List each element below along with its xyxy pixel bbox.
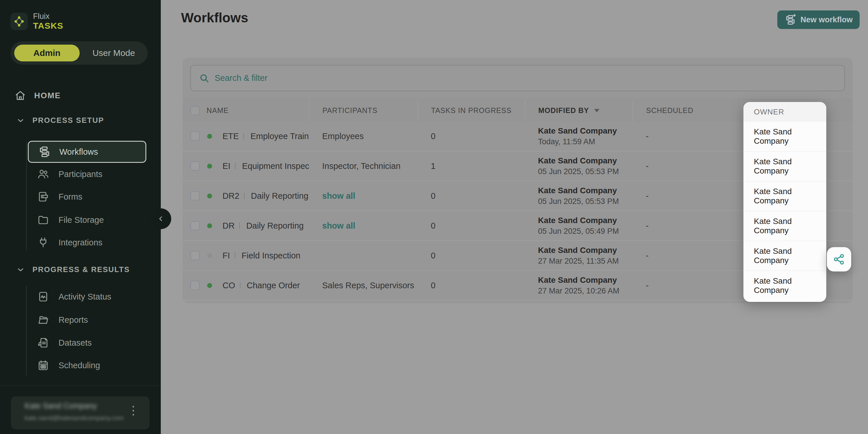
sort-descending-icon	[594, 109, 599, 113]
column-label: NAME	[207, 106, 228, 115]
cell-modified-by: Kate Sand CompanyToday, 11:59 AM	[525, 125, 633, 147]
app-root: Fluix TASKS Admin User Mode HOME PROCESS…	[0, 0, 868, 434]
cell-tasks-in-progress: 0	[418, 251, 525, 260]
header-cell-name[interactable]: NAME	[183, 99, 309, 122]
column-label: SCHEDULED	[646, 106, 693, 115]
workflow-name: Employee Traini...	[250, 131, 309, 141]
mode-admin-button[interactable]: Admin	[14, 44, 80, 61]
cell-scheduled: -	[633, 281, 742, 290]
cell-tasks-in-progress: 0	[418, 281, 525, 290]
search-filter-bar[interactable]	[190, 65, 845, 91]
status-dot	[207, 164, 212, 168]
divider-tick	[239, 222, 240, 229]
row-checkbox[interactable]	[190, 251, 199, 260]
cell-tasks-in-progress: 0	[418, 191, 525, 201]
header-cell-scheduled[interactable]: SCHEDULED	[633, 99, 742, 122]
workflow-name: Field Inspection	[242, 251, 301, 260]
select-all-checkbox[interactable]	[190, 106, 199, 115]
mode-user-button[interactable]: User Mode	[80, 48, 148, 58]
brand-product: TASKS	[33, 21, 63, 31]
show-all-link[interactable]: show all	[322, 221, 418, 230]
row-checkbox[interactable]	[190, 221, 199, 230]
modified-by-date: 05 Jun 2025, 05:53 PM	[538, 196, 633, 207]
sidebar-item-datasets[interactable]: Datasets	[28, 333, 145, 353]
new-workflow-label: New workflow	[801, 16, 852, 24]
status-dot	[207, 253, 212, 258]
sidebar-item-home[interactable]: HOME	[14, 90, 61, 101]
workflow-code: EI	[222, 161, 230, 171]
section-process-setup[interactable]: PROCESS SETUP	[16, 116, 104, 125]
sidebar-item-label: Reports	[59, 315, 88, 325]
account-card[interactable]: Kate Sand Company kate.sand@katesandcomp…	[11, 396, 150, 429]
modified-by-date: 27 Mar 2025, 11:35 AM	[538, 256, 633, 266]
kebab-menu-icon[interactable]: ⋮	[127, 404, 139, 416]
section-progress-results[interactable]: PROGRESS & RESULTS	[16, 265, 130, 274]
cell-scheduled: -	[633, 161, 742, 171]
brand-name: Fluix	[33, 12, 63, 21]
sidebar-collapse-button[interactable]	[150, 208, 171, 229]
folder-icon	[37, 214, 49, 226]
header-cell-modified-by[interactable]: MODIFIED BY	[525, 99, 633, 122]
search-input[interactable]	[214, 73, 844, 83]
search-icon	[199, 73, 210, 84]
cell-modified-by: Kate Sand Company27 Mar 2025, 11:35 AM	[525, 245, 633, 266]
cell-participants: Inspector, Technician	[309, 161, 418, 171]
cell-participants: show all	[309, 221, 418, 230]
cell-scheduled: -	[633, 131, 742, 141]
modified-by-name: Kate Sand Company	[538, 215, 633, 226]
brand-logo: Fluix TASKS	[10, 12, 63, 31]
header-cell-tasks-in-progress[interactable]: TASKS IN PROGRESS	[418, 99, 525, 122]
status-dot	[207, 193, 212, 198]
modified-by-date: 05 Jun 2025, 05:49 PM	[538, 226, 633, 237]
cell-participants: show all	[309, 191, 418, 201]
header-cell-participants[interactable]: PARTICIPANTS	[309, 99, 418, 122]
sidebar-divider	[0, 385, 161, 386]
sidebar-item-label: File Storage	[59, 215, 104, 225]
sidebar-item-reports[interactable]: Reports	[28, 310, 145, 330]
home-icon	[14, 90, 26, 101]
sidebar: Fluix TASKS Admin User Mode HOME PROCESS…	[0, 0, 161, 434]
sidebar-item-forms[interactable]: Forms	[28, 187, 145, 207]
show-all-link[interactable]: show all	[322, 191, 418, 201]
cell-name: DRDaily Reporting	[183, 221, 309, 230]
workflow-code: DR2	[222, 191, 239, 201]
modified-by-name: Kate Sand Company	[538, 155, 633, 166]
sidebar-item-file-storage[interactable]: File Storage	[28, 210, 145, 230]
cell-modified-by: Kate Sand Company05 Jun 2025, 05:49 PM	[525, 215, 633, 237]
row-checkbox[interactable]	[190, 281, 199, 290]
participants-icon	[37, 168, 49, 180]
status-dot	[207, 283, 212, 288]
cell-scheduled: -	[633, 251, 742, 260]
nav-group-line	[26, 141, 27, 251]
mode-toggle[interactable]: Admin User Mode	[10, 41, 148, 65]
share-button[interactable]	[827, 247, 851, 272]
workflow-code: FI	[222, 251, 230, 260]
activity-status-icon	[37, 290, 49, 303]
sidebar-item-activity-status[interactable]: Activity Status	[28, 286, 145, 307]
owner-value: Kate Sand Company	[743, 211, 826, 241]
divider-tick	[235, 163, 236, 169]
nav-group-line	[26, 285, 27, 376]
modified-by-name: Kate Sand Company	[538, 185, 633, 196]
forms-icon	[37, 191, 49, 203]
row-checkbox[interactable]	[190, 131, 199, 141]
owner-value: Kate Sand Company	[743, 181, 826, 211]
sidebar-item-label: Participants	[59, 169, 102, 179]
cell-modified-by: Kate Sand Company05 Jun 2025, 05:53 PM	[525, 185, 633, 207]
new-workflow-button[interactable]: New workflow	[777, 10, 860, 29]
modified-by-date: Today, 11:59 AM	[538, 136, 633, 147]
sidebar-item-workflows[interactable]: Workflows	[28, 141, 146, 163]
sidebar-item-participants[interactable]: Participants	[28, 164, 145, 184]
workflow-code: CO	[222, 281, 235, 290]
modified-by-date: 27 Mar 2025, 10:26 AM	[538, 286, 633, 296]
account-subtitle-blurred: kate.sand@katesandcompany.com	[25, 414, 124, 422]
sidebar-item-integrations[interactable]: Integrations	[28, 232, 145, 253]
cell-tasks-in-progress: 0	[418, 221, 525, 230]
column-label: TASKS IN PROGRESS	[431, 106, 512, 115]
cell-modified-by: Kate Sand Company05 Jun 2025, 05:53 PM	[525, 155, 633, 177]
row-checkbox[interactable]	[190, 191, 199, 200]
sidebar-item-scheduling[interactable]: Scheduling	[28, 355, 145, 375]
section-label: PROCESS SETUP	[32, 116, 104, 125]
modified-by-name: Kate Sand Company	[538, 275, 633, 286]
row-checkbox[interactable]	[190, 161, 199, 170]
